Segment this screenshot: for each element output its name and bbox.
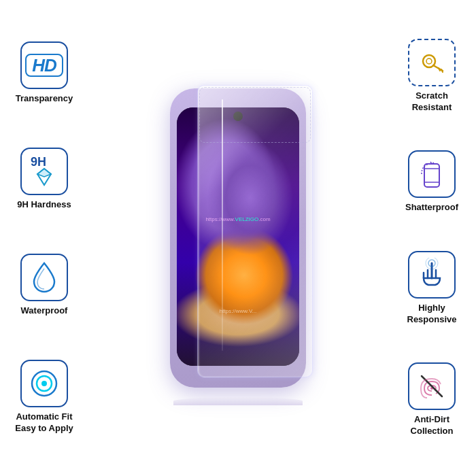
responsive-label: Highly Responsive: [407, 303, 457, 326]
scratch-label: Scratch Resistant: [412, 90, 452, 114]
hd-label: Transparency: [16, 93, 73, 105]
anti-dirt-label: Anti-Dirt Collection: [411, 414, 454, 437]
feature-9h-hardness: 9H 9H Hardness: [17, 148, 71, 211]
phone-wrapper: https://www.VELZIGO.com https://www.V...: [163, 82, 313, 394]
feature-highly-responsive: Highly Responsive: [407, 251, 457, 326]
scratch-icon-box: [408, 39, 456, 86]
9h-label: 9H Hardness: [17, 199, 71, 211]
feature-hd-transparency: HD Transparency: [16, 41, 73, 105]
responsive-icon-box: [408, 251, 456, 299]
center-product-area: https://www.VELZIGO.com https://www.V...: [88, 0, 388, 476]
glass-reflection: [222, 99, 223, 351]
feature-anti-dirt: Anti-Dirt Collection: [408, 362, 456, 437]
feature-waterproof: Waterproof: [20, 254, 68, 317]
phone-rotate-icon: [415, 157, 449, 191]
phone-reflection: [173, 397, 303, 405]
left-features: HD Transparency 9H 9H Hardness: [0, 0, 88, 476]
auto-fit-label: Automatic Fit Easy to Apply: [15, 411, 73, 435]
svg-text:9H: 9H: [31, 155, 46, 169]
9h-diamond-icon: 9H: [25, 152, 63, 190]
hand-touch-icon: [415, 258, 449, 292]
waterproof-label: Waterproof: [21, 305, 68, 317]
9h-icon-box: 9H: [20, 148, 68, 195]
auto-fit-icon-box: [20, 360, 68, 407]
main-container: HD Transparency 9H 9H Hardness: [0, 0, 476, 476]
svg-rect-11: [424, 164, 439, 187]
waterproof-icon-box: [20, 254, 68, 301]
feature-scratch-resistant: Scratch Resistant: [408, 39, 456, 114]
feature-auto-fit: Automatic Fit Easy to Apply: [15, 360, 73, 435]
shatterproof-icon-box: [408, 150, 456, 198]
svg-point-10: [426, 58, 432, 64]
screen-protector: [197, 85, 313, 377]
svg-point-5: [41, 381, 47, 386]
circle-target-icon: [27, 367, 61, 401]
shatterproof-label: Shatterproof: [405, 202, 458, 214]
feature-shatterproof: Shatterproof: [405, 150, 458, 214]
anti-dirt-icon-box: [408, 362, 456, 410]
hd-icon-box: HD: [20, 41, 68, 89]
svg-marker-2: [37, 169, 51, 177]
key-icon: [415, 46, 448, 79]
right-features: Scratch Resistant Shatterproof: [388, 0, 476, 476]
water-drop-icon: [29, 260, 60, 294]
hd-icon: HD: [25, 54, 63, 77]
fingerprint-slash-icon: [415, 369, 449, 403]
